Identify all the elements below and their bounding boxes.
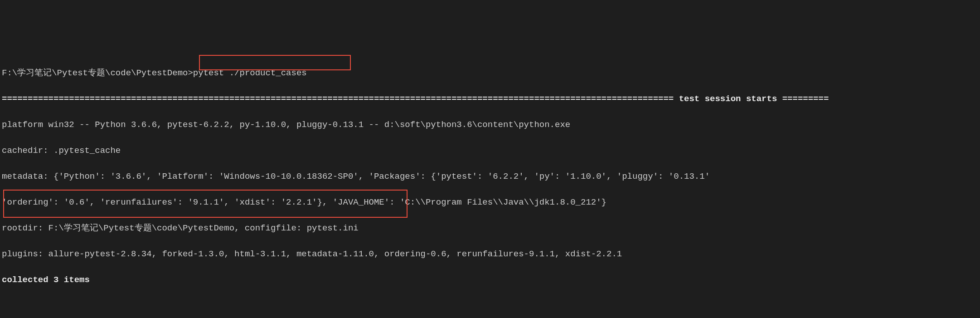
prompt-path: F:\学习笔记\Pytest专题\code\PytestDemo> [2,68,193,78]
blank-line [2,299,978,313]
plugins-info: plugins: allure-pytest-2.8.34, forked-1.… [2,248,978,261]
session-title: test session starts [674,94,782,104]
platform-info: platform win32 -- Python 3.6.6, pytest-6… [2,118,978,132]
command-text: pytest ./product_cases [193,68,307,78]
metadata-line-1: metadata: {'Python': '3.6.6', 'Platform'… [2,170,978,183]
metadata-line-2: 'ordering': '0.6', 'rerunfailures': '9.1… [2,196,978,209]
rule-left: ========================================… [2,94,674,104]
rootdir-info: rootdir: F:\学习笔记\Pytest专题\code\PytestDem… [2,222,978,235]
rule-right: ========= [782,94,829,104]
collected-info: collected 3 items [2,274,978,287]
session-header: ========================================… [2,93,978,106]
cachedir-info: cachedir: .pytest_cache [2,144,978,157]
terminal-output: F:\学习笔记\Pytest专题\code\PytestDemo>pytest … [2,54,978,318]
prompt-line[interactable]: F:\学习笔记\Pytest专题\code\PytestDemo>pytest … [2,67,978,80]
